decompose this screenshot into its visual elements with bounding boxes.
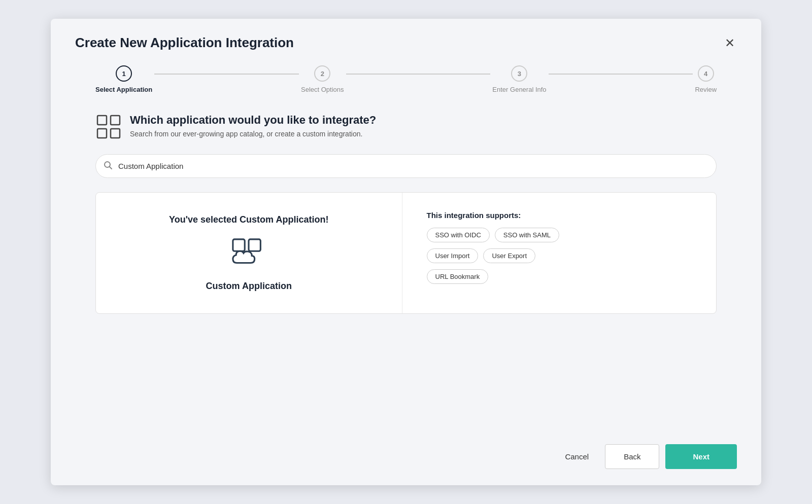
step-circle-2: 2 [314,65,330,82]
card-right: This integration supports: SSO with OIDC… [402,193,717,313]
tags-row-2: User Import User Export [427,248,692,263]
svg-rect-3 [111,129,120,138]
modal-container: Create New Application Integration ✕ 1 S… [51,19,761,485]
search-wrapper [95,154,717,178]
svg-rect-2 [97,129,107,138]
svg-rect-0 [97,116,107,125]
step-line-2 [346,74,491,75]
back-button[interactable]: Back [605,444,659,469]
close-button[interactable]: ✕ [723,35,737,51]
tag-user-export: User Export [483,248,535,263]
next-button[interactable]: Next [665,444,737,469]
selected-text: You've selected Custom Application! [169,214,328,225]
tag-sso-oidc: SSO with OIDC [427,228,490,242]
step-label-1: Select Application [95,86,152,93]
step-label-4: Review [695,86,717,93]
section-subtext: Search from our ever-growing app catalog… [130,130,376,138]
supports-title: This integration supports: [427,211,692,220]
step-label-3: Enter General Info [492,86,546,93]
step-circle-3: 3 [511,65,527,82]
tags-row-1: SSO with OIDC SSO with SAML [427,228,692,242]
search-icon [104,161,113,172]
card-app-name: Custom Application [206,281,292,292]
cancel-button[interactable]: Cancel [555,444,599,469]
svg-rect-7 [249,239,260,251]
step-3: 3 Enter General Info [492,65,546,93]
modal-footer: Cancel Back Next [75,432,737,469]
svg-rect-1 [111,116,120,125]
section-text: Which application would you like to inte… [130,114,376,138]
search-input[interactable] [95,154,717,178]
step-label-2: Select Options [301,86,344,93]
step-circle-1: 1 [116,65,132,82]
card-left: You've selected Custom Application! Cust… [96,193,402,313]
tags-row-3: URL Bookmark [427,269,692,284]
stepper: 1 Select Application 2 Select Options 3 … [75,65,737,93]
section-heading: Which application would you like to inte… [130,114,376,127]
step-line-3 [549,74,693,75]
main-content: Which application would you like to inte… [75,114,737,432]
tag-sso-saml: SSO with SAML [495,228,559,242]
section-header: Which application would you like to inte… [95,114,717,140]
step-circle-4: 4 [698,65,714,82]
tag-user-import: User Import [427,248,479,263]
step-2: 2 Select Options [301,65,344,93]
svg-rect-6 [233,239,245,251]
custom-app-icon [228,237,269,273]
modal-header: Create New Application Integration ✕ [75,35,737,51]
app-catalog-icon [95,114,122,140]
svg-line-5 [110,166,112,169]
tag-url-bookmark: URL Bookmark [427,269,489,284]
step-4: 4 Review [695,65,717,93]
step-1: 1 Select Application [95,65,152,93]
selection-card: You've selected Custom Application! Cust… [95,192,717,314]
modal-title: Create New Application Integration [75,35,294,51]
step-line-1 [154,74,299,75]
